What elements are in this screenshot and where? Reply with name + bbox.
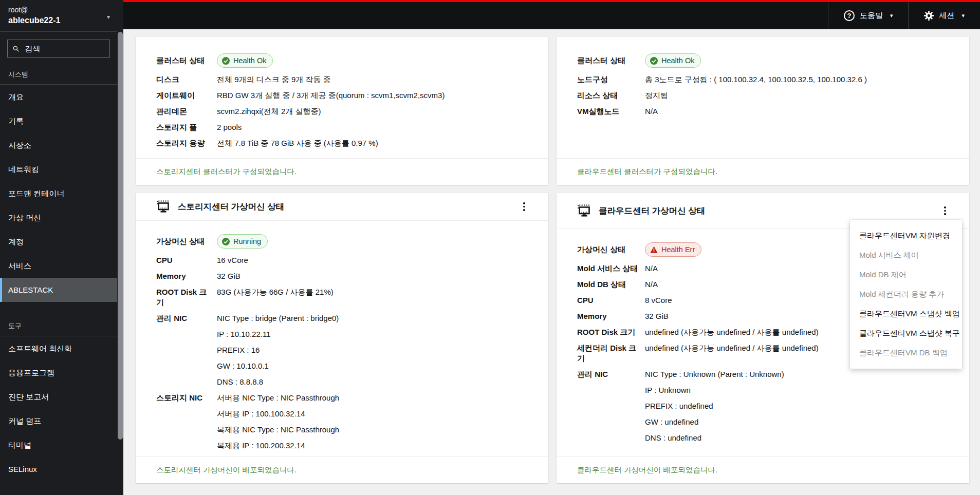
info-row: CPU 16 vCore — [156, 255, 528, 265]
info-label: CPU — [156, 255, 217, 265]
chevron-down-icon: ▾ — [107, 13, 110, 21]
masthead: ? 도움말 ▾ 세션 ▾ — [123, 2, 980, 29]
sidebar-item-software-updates[interactable]: 소프트웨어 최신화 — [0, 336, 117, 360]
info-label: 게이트웨이 — [156, 90, 217, 101]
status-badge-running: Running — [217, 234, 268, 249]
card-footer-link[interactable]: 스토리지센터 가상머신이 배포되었습니다. — [136, 456, 548, 483]
check-circle-icon — [650, 57, 658, 65]
info-label: 관리데몬 — [156, 106, 217, 117]
status-badge-health-err: Health Err — [645, 242, 701, 257]
sidebar-item-terminal[interactable]: 터미널 — [0, 433, 117, 457]
info-label: 노드구성 — [577, 74, 645, 85]
info-label: 디스크 — [156, 74, 217, 85]
info-row: 노드구성 총 3노드로 구성됨 : ( 100.100.32.4, 100.10… — [577, 74, 949, 85]
info-row: 관리 NIC NIC Type : Unknown (Parent : Unkn… — [577, 369, 949, 443]
menu-item-mold-db-control: Mold DB 제어 — [850, 265, 962, 284]
card-title: 스토리지센터 가상머신 상태 — [178, 201, 517, 213]
sidebar-item-applications[interactable]: 응용프로그램 — [0, 360, 117, 385]
kebab-menu-button[interactable] — [938, 203, 952, 219]
info-value: 16 vCore — [217, 255, 528, 265]
info-label: 가상머신 상태 — [156, 236, 217, 246]
menu-item-snapshot-backup[interactable]: 클라우드센터VM 스냅샷 백업 — [850, 304, 962, 323]
search-input[interactable] — [24, 44, 104, 53]
info-row: 게이트웨이 RBD GW 3개 실행 중 / 3개 제공 중(quorum : … — [156, 90, 528, 101]
card-actions-menu: 클라우드센터VM 자원변경 Mold 서비스 제어 Mold DB 제어 Mol… — [850, 220, 962, 369]
sidebar-item-podman-containers[interactable]: 포드맨 컨테이너 — [0, 181, 117, 205]
info-label: Memory — [577, 311, 645, 321]
info-row: VM실행노드 N/A — [577, 106, 949, 117]
sidebar-item-ablestack[interactable]: ABLESTACK — [0, 278, 117, 302]
info-row: 관리 NIC NIC Type : bridge (Parent : bridg… — [156, 313, 528, 387]
nav-divider-gap — [0, 302, 117, 314]
info-row: ROOT Disk 크기 83G (사용가능 66G / 사용률 21%) — [156, 287, 528, 308]
info-label: 리소스 상태 — [577, 90, 645, 101]
storage-vm-card: 스토리지센터 가상머신 상태 가상머신 상태 Running — [136, 193, 548, 483]
info-row: Memory 32 GiB — [156, 271, 528, 281]
session-menu-button[interactable]: 세션 ▾ — [908, 2, 980, 29]
info-value: 정지됨 — [645, 90, 949, 101]
sidebar-item-diagnostic-reports[interactable]: 진단 보고서 — [0, 385, 117, 409]
info-value: NIC Type : Unknown (Parent : Unknown) IP… — [645, 369, 949, 443]
host-user: root@ — [8, 6, 109, 14]
sidebar-search[interactable] — [7, 40, 110, 58]
sidebar-item-accounts[interactable]: 계정 — [0, 230, 117, 254]
cloud-cluster-card: 클러스터 상태 Health Ok 노드구성 — [557, 37, 969, 185]
card-footer-link[interactable]: 클라우드센터 가상머신이 배포되었습니다. — [557, 456, 969, 483]
menu-item-resource-change[interactable]: 클라우드센터VM 자원변경 — [850, 226, 962, 245]
info-value: 2 pools — [217, 122, 528, 132]
chevron-down-icon: ▾ — [890, 12, 893, 19]
search-icon — [13, 45, 19, 52]
gear-icon — [924, 11, 934, 21]
info-value: NIC Type : bridge (Parent : bridge0) IP … — [217, 313, 528, 387]
info-value: 총 3노드로 구성됨 : ( 100.100.32.4, 100.100.32.… — [645, 74, 949, 85]
info-label: VM실행노드 — [577, 106, 645, 117]
info-label: Mold 서비스 상태 — [577, 263, 645, 274]
info-label: 세컨더리 Disk 크기 — [577, 343, 645, 364]
info-value: N/A — [645, 106, 949, 117]
info-value: RBD GW 3개 실행 중 / 3개 제공 중(quorum : scvm1,… — [217, 90, 528, 101]
info-row: 스토리지 용량 전체 7.8 TiB 중 78 GiB 사용 중 (사용률 0.… — [156, 138, 528, 148]
info-value: 32 GiB — [217, 271, 528, 281]
info-label: 관리 NIC — [577, 369, 645, 443]
info-label: Mold DB 상태 — [577, 279, 645, 290]
menu-item-mold-service-control: Mold 서비스 제어 — [850, 245, 962, 265]
info-row: 클러스터 상태 Health Ok — [156, 53, 528, 68]
sidebar-item-virtual-machines[interactable]: 가상 머신 — [0, 205, 117, 230]
info-label: ROOT Disk 크기 — [577, 327, 645, 337]
chevron-down-icon: ▾ — [961, 12, 965, 19]
nav-section-tools: 도구 — [0, 314, 117, 336]
help-menu-label: 도움말 — [860, 11, 883, 21]
info-label: 클러스터 상태 — [577, 55, 645, 66]
nav-section-system: 시스템 — [0, 63, 117, 85]
sidebar-item-storage[interactable]: 저장소 — [0, 133, 117, 157]
sidebar-item-logs[interactable]: 기록 — [0, 109, 117, 133]
card-footer-link[interactable]: 클라우드센터 클러스터가 구성되었습니다. — [557, 158, 969, 185]
menu-item-snapshot-restore[interactable]: 클라우드센터VM 스냅샷 복구 — [850, 323, 962, 343]
info-row: 관리데몬 scvm2.zihqxi(전체 2개 실행중) — [156, 106, 528, 117]
menu-item-db-backup: 클라우드센터VM DB 백업 — [850, 343, 962, 363]
card-footer-link[interactable]: 스토리지센터 클러스터가 구성되었습니다. — [136, 158, 548, 185]
sidebar-nav: 시스템 개요 기록 저장소 네트워킹 포드맨 컨테이너 가상 머신 계정 서비스… — [0, 63, 117, 481]
info-label: ROOT Disk 크기 — [156, 287, 217, 308]
sidebar-item-services[interactable]: 서비스 — [0, 254, 117, 278]
info-value: 서버용 NIC Type : NIC Passthrough 서버용 IP : … — [217, 393, 528, 451]
card-title: 클라우드센터 가상머신 상태 — [599, 205, 938, 217]
sidebar-item-selinux[interactable]: SELinux — [0, 457, 117, 481]
info-value: 전체 9개의 디스크 중 9개 작동 중 — [217, 74, 528, 85]
info-value: 83G (사용가능 66G / 사용률 21%) — [217, 287, 528, 308]
info-value: scvm2.zihqxi(전체 2개 실행중) — [217, 106, 528, 117]
question-circle-icon: ? — [844, 10, 855, 21]
info-label: 가상머신 상태 — [577, 244, 645, 255]
sidebar-item-kernel-dump[interactable]: 커널 덤프 — [0, 409, 117, 433]
help-menu-button[interactable]: ? 도움말 ▾ — [828, 2, 909, 29]
host-switcher[interactable]: root@ ablecube22-1 ▾ — [0, 0, 117, 32]
info-value: 전체 7.8 TiB 중 78 GiB 사용 중 (사용률 0.97 %) — [217, 138, 528, 148]
check-circle-icon — [222, 57, 230, 65]
menu-item-mold-secondary-add: Mold 세컨더리 용량 추가 — [850, 284, 962, 304]
sidebar-scrollbar-thumb[interactable] — [118, 32, 123, 440]
sidebar-item-overview[interactable]: 개요 — [0, 85, 117, 109]
kebab-menu-button[interactable] — [517, 199, 531, 215]
sidebar-item-networking[interactable]: 네트워킹 — [0, 157, 117, 181]
info-label: 스토리지 풀 — [156, 122, 217, 132]
vm-monitor-icon — [156, 200, 171, 213]
